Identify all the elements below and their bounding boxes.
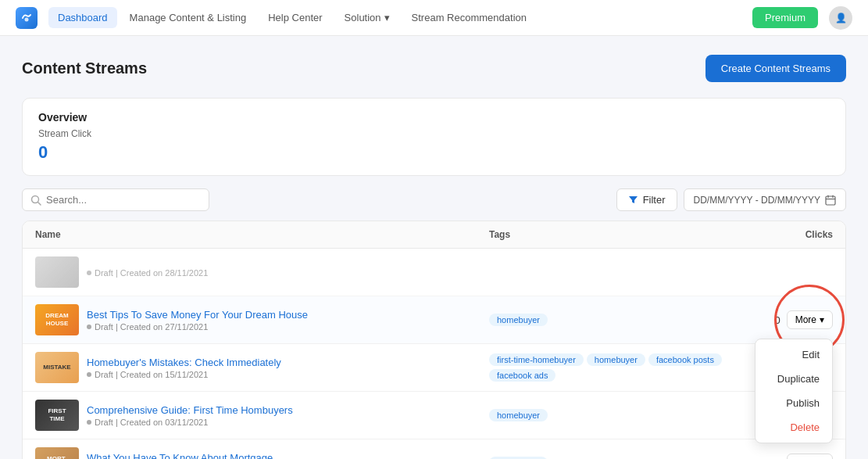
tag[interactable]: homebuyer [587,353,645,366]
dropdown-duplicate[interactable]: Duplicate [755,367,832,391]
nav-stream[interactable]: Stream Recommendation [402,7,536,28]
col-clicks: Clicks [739,229,833,240]
stream-click-value: 0 [38,142,830,163]
filter-button[interactable]: Filter [616,188,677,211]
create-content-streams-button[interactable]: Create Content Streams [705,55,846,82]
filter-icon [628,195,638,205]
clicks-value: 0 [774,314,780,326]
tag[interactable]: first-time-homebuyer [489,353,584,366]
svg-rect-4 [826,196,835,205]
col-tags: Tags [489,229,739,240]
dropdown-delete[interactable]: Delete [755,415,832,439]
thumbnail: DREAMHOUSE [35,304,79,335]
tag[interactable]: homebuyer [489,314,548,326]
avatar[interactable]: 👤 [829,6,852,30]
toolbar: Filter DD/MM/YYYY - DD/MM/YYYY [22,188,846,211]
status-dot [87,325,91,329]
tag[interactable]: homebuyer [489,409,548,421]
nav-dashboard[interactable]: Dashboard [48,7,117,28]
content-title-link[interactable]: What You Have To Know About Mortgage [87,452,273,460]
svg-line-3 [38,202,41,205]
thumbnail: MORT-GAGE [35,447,79,459]
page-header: Content Streams Create Content Streams [22,55,846,82]
chevron-down-icon: ▾ [384,12,390,23]
dropdown-menu: Edit Duplicate Publish Delete [755,339,833,443]
premium-button[interactable]: Premium [752,7,818,28]
logo[interactable] [16,7,38,29]
content-title-link[interactable]: Best Tips To Save Money For Your Dream H… [87,309,308,321]
table-row: MORT-GAGE What You Have To Know About Mo… [23,439,845,459]
tag[interactable]: facebook ads [489,369,555,382]
stream-click-label: Stream Click [38,128,830,139]
more-button[interactable]: More ▾ [787,310,833,329]
table-row: Draft | Created on 28/11/2021 [23,249,845,296]
tag[interactable]: facebook posts [648,353,722,366]
dropdown-publish[interactable]: Publish [755,391,832,415]
status-dot [87,372,91,377]
date-range-button[interactable]: DD/MM/YYYY - DD/MM/YYYY [684,188,846,211]
svg-point-1 [25,17,29,21]
nav-solution[interactable]: Solution ▾ [335,7,399,28]
calendar-icon [825,195,836,206]
content-title-link[interactable]: Homebuyer's Mistakes: Check Immediately [87,357,281,368]
navbar: Dashboard Manage Content & Listing Help … [0,0,868,36]
dropdown-edit[interactable]: Edit [755,342,832,367]
content-title-link[interactable]: Comprehensive Guide: First Time Hombuyer… [87,404,293,416]
thumbnail: MISTAKE [35,352,79,383]
page-title: Content Streams [22,59,147,77]
overview-title: Overview [38,111,830,124]
table-row: MISTAKE Homebuyer's Mistakes: Check Imme… [23,344,845,392]
search-icon [30,195,41,206]
table-row: FIRSTTIME Comprehensive Guide: First Tim… [23,392,845,439]
status-dot [87,420,91,425]
main-content: Content Streams Create Content Streams O… [0,36,868,459]
search-input[interactable] [46,194,201,206]
search-box [22,188,209,211]
nav-help[interactable]: Help Center [259,7,331,28]
chevron-down-icon: ▾ [820,314,824,325]
thumbnail: FIRSTTIME [35,400,79,431]
table-row: DREAMHOUSE Best Tips To Save Money For Y… [23,296,845,344]
nav-manage[interactable]: Manage Content & Listing [120,7,256,28]
overview-section: Overview Stream Click 0 [22,98,846,176]
content-table: Name Tags Clicks Draft | Created on 28/1… [22,221,846,459]
col-name: Name [35,229,489,240]
thumbnail [35,256,79,288]
status-dot [87,271,91,275]
table-header: Name Tags Clicks [23,221,845,249]
more-button[interactable]: More ▾ [787,454,833,459]
